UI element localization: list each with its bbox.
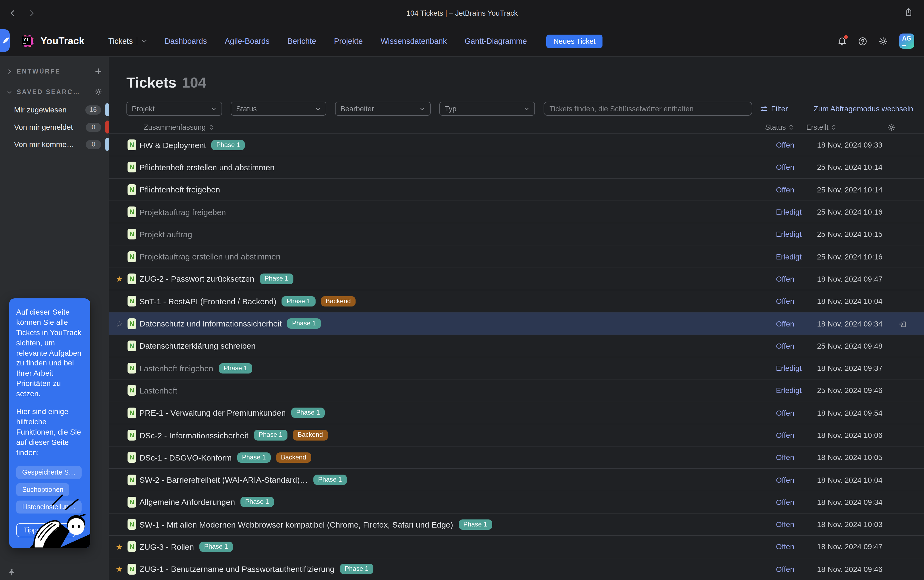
ticket-title[interactable]: Pflichtenheft erstellen und abstimmen <box>140 163 275 172</box>
summary-column-header[interactable]: Zusammenfassung <box>144 123 765 131</box>
sidebar-section-saved-searches[interactable]: SAVED SEARC… <box>0 84 109 100</box>
filter-dropdown[interactable]: Bearbeiter <box>335 102 431 116</box>
tag-badge[interactable]: Phase 1 <box>237 452 271 463</box>
status-link[interactable]: Offen <box>776 297 817 305</box>
status-link[interactable]: Offen <box>776 498 817 506</box>
tickets-menu[interactable]: Tickets <box>109 37 148 45</box>
settings-gear-icon[interactable] <box>879 36 888 46</box>
tag-badge[interactable]: Backend <box>276 452 311 463</box>
tooltip-feature-button[interactable]: Gespeicherte S… <box>16 466 81 479</box>
table-row[interactable]: N DSc-1 - DSGVO-KonformPhase 1Backend Of… <box>109 447 924 469</box>
avatar[interactable]: AG <box>899 33 914 49</box>
status-link[interactable]: Erledigt <box>776 208 817 216</box>
tag-badge[interactable]: Phase 1 <box>340 564 373 574</box>
nav-link[interactable]: Wissensdatenbank <box>381 37 447 45</box>
ticket-title[interactable]: SnT-1 - RestAPI (Frontend / Backend) <box>140 297 276 306</box>
table-row[interactable]: N Datenschutzerklärung schreiben Offen 2… <box>109 335 924 357</box>
filter-dropdown[interactable]: Status <box>231 102 326 116</box>
status-link[interactable]: Erledigt <box>776 364 817 372</box>
table-row[interactable]: N Lastenheft Erledigt 25 Nov. 2024 09:46 <box>109 380 924 402</box>
table-row[interactable]: ★ N ZUG-2 - Passwort zurücksetzenPhase 1… <box>109 268 924 290</box>
table-row[interactable]: N Projektauftrag freigeben Erledigt 25 N… <box>109 201 924 224</box>
end-tips-button[interactable]: Tipps beenden <box>16 524 76 537</box>
ticket-title[interactable]: Projekt auftrag <box>140 230 192 239</box>
status-link[interactable]: Erledigt <box>776 386 817 395</box>
sidebar-section-drafts[interactable]: ENTWÜRFE <box>0 63 109 79</box>
tag-badge[interactable]: Backend <box>321 296 355 306</box>
share-icon[interactable] <box>904 8 913 17</box>
tag-badge[interactable]: Phase 1 <box>240 497 274 507</box>
ticket-title[interactable]: Allgemeine Anforderungen <box>140 498 235 507</box>
star-icon[interactable]: ☆ <box>116 320 128 328</box>
table-row[interactable]: N Pflichtenheft freigeben Offen 25 Nov. … <box>109 179 924 201</box>
table-row[interactable]: ☆ N Datenschutz und Informationssicherhe… <box>109 313 924 335</box>
ticket-title[interactable]: Lastenheft freigeben <box>140 364 214 373</box>
status-link[interactable]: Offen <box>776 453 817 462</box>
ticket-title[interactable]: PRE-1 - Verwaltung der Premiumkunden <box>140 408 286 417</box>
table-row[interactable]: N SW-1 - Mit allen Modernen Webbrowser k… <box>109 514 924 536</box>
nav-link[interactable]: Agile-Boards <box>225 37 270 45</box>
filter-button[interactable]: Filter <box>760 104 788 113</box>
filter-dropdown[interactable]: Projekt <box>127 102 222 116</box>
nav-link[interactable]: Gantt-Diagramme <box>465 37 527 45</box>
ticket-title[interactable]: SW-2 - Barrierefreiheit (WAI-ARIA-Standa… <box>140 475 308 484</box>
nav-link[interactable]: Dashboards <box>164 37 207 45</box>
pin-icon[interactable] <box>8 568 16 576</box>
sidebar-saved-search-item[interactable]: Von mir komme… 0 <box>0 136 109 153</box>
tag-badge[interactable]: Phase 1 <box>260 274 293 284</box>
query-mode-link[interactable]: Zum Abfragemodus wechseln <box>814 104 913 113</box>
status-link[interactable]: Offen <box>776 342 817 350</box>
ticket-title[interactable]: Datenschutz und Informationssicherheit <box>140 319 282 328</box>
status-link[interactable]: Offen <box>776 409 817 417</box>
status-link[interactable]: Offen <box>776 475 817 484</box>
sidebar-saved-search-item[interactable]: Mir zugewiesen 16 <box>0 101 109 119</box>
tooltip-feature-button[interactable]: Listeneinstellun… <box>16 501 81 514</box>
status-link[interactable]: Erledigt <box>776 230 817 239</box>
filter-dropdown[interactable]: Typ <box>439 102 535 116</box>
tag-badge[interactable]: Phase 1 <box>212 140 245 150</box>
tooltip-feature-button[interactable]: Suchoptionen <box>16 483 69 496</box>
tag-badge[interactable]: Phase 1 <box>287 318 321 329</box>
ticket-title[interactable]: ZUG-2 - Passwort zurücksetzen <box>140 274 254 283</box>
chevron-down-icon[interactable] <box>141 38 147 44</box>
table-row[interactable]: N DSc-2 - InformationssicherheitPhase 1B… <box>109 424 924 447</box>
assistant-tab[interactable] <box>0 29 10 52</box>
add-draft-icon[interactable] <box>95 68 102 75</box>
ticket-title[interactable]: ZUG-3 - Rollen <box>140 542 194 551</box>
chevron-right-icon[interactable] <box>7 68 12 74</box>
table-row[interactable]: N SnT-1 - RestAPI (Frontend / Backend)Ph… <box>109 290 924 313</box>
nav-link[interactable]: Berichte <box>288 37 316 45</box>
status-link[interactable]: Offen <box>776 163 817 171</box>
ticket-title[interactable]: Projektauftrag erstellen und abstimmen <box>140 252 280 261</box>
ticket-title[interactable]: Projektauftrag freigeben <box>140 207 226 216</box>
notifications-bell-icon[interactable] <box>838 36 847 46</box>
status-link[interactable]: Offen <box>776 431 817 440</box>
open-ticket-icon[interactable] <box>898 319 913 328</box>
status-link[interactable]: Offen <box>776 565 817 573</box>
new-ticket-button[interactable]: Neues Ticket <box>546 34 602 48</box>
tag-badge[interactable]: Phase 1 <box>282 296 315 306</box>
tag-badge[interactable]: Phase 1 <box>219 363 252 373</box>
table-row[interactable]: ★ N ZUG-3 - RollenPhase 1 Offen 18 Nov. … <box>109 536 924 559</box>
ticket-title[interactable]: Pflichtenheft freigeben <box>140 185 220 194</box>
star-icon[interactable]: ★ <box>116 565 128 573</box>
ticket-title[interactable]: SW-1 - Mit allen Modernen Webbrowser kom… <box>140 520 453 529</box>
help-icon[interactable] <box>858 36 867 46</box>
star-icon[interactable]: ★ <box>116 543 128 551</box>
youtrack-logo-icon[interactable]: YT <box>20 33 35 49</box>
status-link[interactable]: Offen <box>776 542 817 551</box>
table-row[interactable]: ★ N ZUG-1 - Benutzername und Passwortaut… <box>109 558 924 580</box>
table-row[interactable]: N Projektauftrag erstellen und abstimmen… <box>109 246 924 268</box>
search-input[interactable]: Tickets finden, die Schlüsselwörter enth… <box>544 102 752 116</box>
status-link[interactable]: Offen <box>776 275 817 283</box>
ticket-title[interactable]: ZUG-1 - Benutzername und Passwortauthent… <box>140 565 334 574</box>
ticket-title[interactable]: DSc-1 - DSGVO-Konform <box>140 453 232 462</box>
star-icon[interactable]: ★ <box>116 275 128 283</box>
status-link[interactable]: Offen <box>776 319 817 328</box>
status-link[interactable]: Erledigt <box>776 252 817 261</box>
table-row[interactable]: N SW-2 - Barrierefreiheit (WAI-ARIA-Stan… <box>109 469 924 491</box>
tag-badge[interactable]: Phase 1 <box>459 519 492 529</box>
status-column-header[interactable]: Status <box>765 123 806 131</box>
table-row[interactable]: N Lastenheft freigebenPhase 1 Erledigt 1… <box>109 357 924 380</box>
created-column-header[interactable]: Erstellt <box>806 123 887 131</box>
